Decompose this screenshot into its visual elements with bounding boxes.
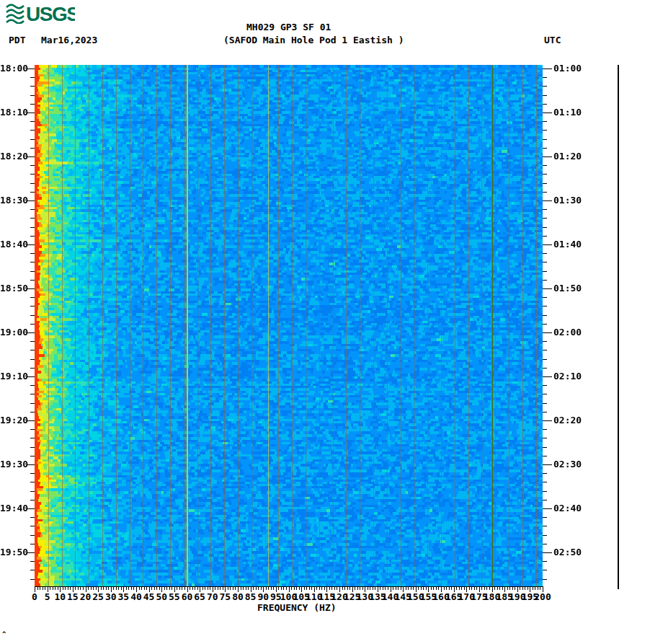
- right-time-tick: [543, 236, 547, 237]
- usgs-logo-text: USGS: [26, 3, 75, 24]
- left-time-tick: [27, 376, 35, 377]
- x-axis-tick: [256, 587, 257, 590]
- x-axis-tick: [324, 587, 325, 590]
- right-time-tick: [543, 332, 552, 333]
- x-axis-tick: [177, 587, 177, 590]
- x-axis-tick: [344, 587, 345, 590]
- left-time-label: 19:10: [0, 371, 26, 381]
- x-axis-tick: [190, 587, 190, 590]
- right-time-tick: [543, 385, 547, 386]
- x-axis-tick: [512, 587, 513, 590]
- x-axis-tick: [96, 587, 97, 590]
- right-time-tick: [543, 579, 547, 580]
- right-time-tick: [543, 86, 547, 87]
- left-timezone-label: PDT: [9, 35, 25, 45]
- x-axis-tick: [525, 587, 525, 590]
- x-axis-tick: [205, 587, 205, 590]
- x-tick-label: 200: [534, 592, 551, 601]
- x-axis-tick: [248, 587, 249, 590]
- x-axis-tick: [197, 587, 198, 590]
- right-time-tick: [543, 244, 552, 245]
- left-time-tick: [30, 262, 35, 263]
- x-axis-tick: [334, 587, 335, 590]
- left-time-tick: [30, 209, 35, 210]
- x-axis-tick: [411, 587, 411, 590]
- x-axis-tick: [266, 587, 267, 590]
- right-time-tick: [543, 429, 547, 430]
- right-time-label: 01:50: [553, 283, 582, 293]
- right-time-label: 02:40: [553, 503, 582, 513]
- x-axis-tick: [126, 587, 127, 590]
- x-axis-tick: [380, 587, 380, 590]
- x-axis-tick: [144, 587, 145, 590]
- x-axis-tick: [169, 587, 170, 590]
- x-axis-tick: [223, 587, 223, 590]
- right-time-tick: [543, 456, 547, 456]
- right-time-tick: [543, 121, 547, 122]
- x-axis-tick: [108, 587, 109, 590]
- x-axis-tick: [502, 587, 503, 590]
- x-axis-tick: [195, 587, 195, 590]
- right-time-tick: [543, 218, 547, 219]
- x-axis-tick: [438, 587, 439, 590]
- x-axis-tick: [357, 587, 358, 590]
- left-time-tick: [30, 350, 35, 350]
- x-axis-tick: [37, 587, 38, 590]
- x-axis-tick: [91, 587, 92, 590]
- x-axis-tick: [291, 587, 292, 590]
- left-time-tick: [30, 183, 35, 184]
- right-time-tick: [543, 183, 547, 184]
- left-time-tick: [30, 341, 35, 342]
- right-time-label: 02:30: [553, 459, 582, 469]
- left-time-label: 19:50: [0, 547, 26, 557]
- x-tick-label: 55: [169, 592, 180, 601]
- left-time-tick: [30, 77, 35, 78]
- x-tick-label: 25: [92, 592, 104, 601]
- x-axis-tick: [383, 587, 383, 590]
- x-axis-tick: [103, 587, 104, 590]
- right-time-tick: [543, 341, 547, 342]
- x-axis-tick: [88, 587, 89, 590]
- x-axis-tick: [141, 587, 142, 590]
- x-axis-tick: [347, 587, 348, 590]
- left-time-tick: [30, 385, 35, 386]
- x-axis-tick: [515, 587, 515, 590]
- x-axis-tick: [172, 587, 172, 590]
- usgs-wave-icon: USGS: [6, 2, 75, 24]
- right-time-tick: [543, 570, 547, 570]
- x-axis-tick: [121, 587, 122, 590]
- right-time-tick: [543, 113, 552, 113]
- x-axis-tick: [331, 587, 332, 590]
- x-tick-label: 90: [257, 592, 269, 601]
- x-axis-tick: [342, 587, 343, 590]
- left-time-label: 18:20: [0, 151, 26, 161]
- right-time-label: 02:50: [553, 547, 582, 557]
- x-axis-tick: [246, 587, 246, 590]
- x-axis-tick: [360, 587, 360, 590]
- x-axis-title: FREQUENCY (HZ): [257, 603, 337, 612]
- x-axis-tick: [118, 587, 119, 590]
- x-axis-tick: [329, 587, 330, 590]
- left-time-tick: [27, 156, 35, 157]
- x-axis-tick: [486, 587, 487, 590]
- left-time-tick: [27, 200, 35, 201]
- x-axis-tick: [481, 587, 482, 590]
- x-axis-tick: [507, 587, 508, 590]
- left-time-tick: [30, 192, 35, 193]
- left-time-tick: [27, 288, 35, 289]
- x-axis-tick: [243, 587, 244, 590]
- x-axis-tick: [58, 587, 58, 590]
- left-time-label: 18:50: [0, 283, 26, 293]
- x-axis-tick: [283, 587, 284, 590]
- left-time-tick: [27, 552, 35, 553]
- left-time-tick: [30, 236, 35, 237]
- right-time-tick: [543, 544, 547, 544]
- left-time-tick: [30, 535, 35, 536]
- right-time-label: 02:20: [553, 415, 582, 425]
- x-axis-tick: [464, 587, 465, 590]
- x-axis-tick: [451, 587, 452, 590]
- left-time-label: 18:00: [0, 63, 26, 73]
- x-axis-tick: [218, 587, 218, 590]
- right-time-tick: [543, 508, 552, 509]
- left-time-label: 18:30: [0, 195, 26, 205]
